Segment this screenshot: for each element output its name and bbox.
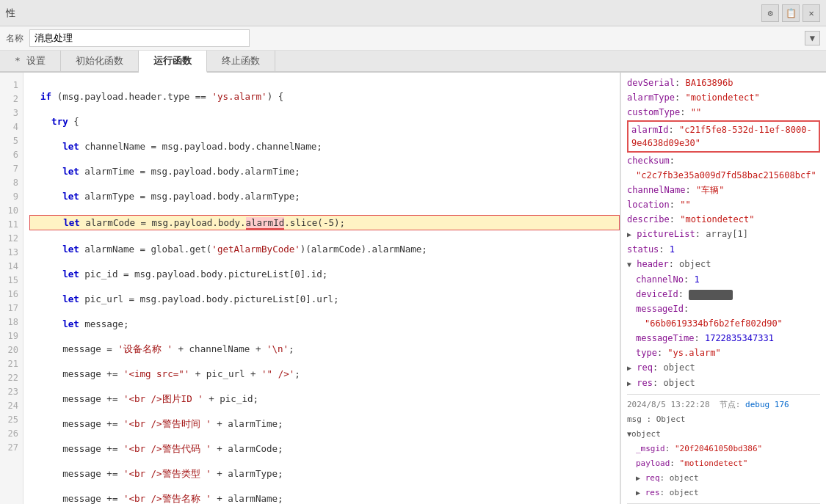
line-num-6: 6 bbox=[0, 148, 23, 162]
debug-req[interactable]: ▶ req: object bbox=[627, 471, 820, 486]
code-line-9: let pic_url = msg.payload.body.pictureLi… bbox=[29, 292, 620, 306]
line-num-7: 7 bbox=[0, 162, 23, 176]
line-num-17: 17 bbox=[0, 302, 23, 315]
prop-checksum-val: "c2c7fb3e35a009d7fd58bac215608bcf" bbox=[627, 168, 820, 183]
line-num-5: 5 bbox=[0, 134, 23, 148]
code-content[interactable]: if (msg.payload.header.type == 'ys.alarm… bbox=[23, 73, 620, 504]
line-num-4: 4 bbox=[0, 120, 23, 134]
line-num-15: 15 bbox=[0, 274, 23, 288]
code-line-5: let alarmType = msg.payload.body.alarmTy… bbox=[29, 189, 620, 203]
prop-deviceId: deviceId: bbox=[627, 287, 820, 302]
name-input[interactable] bbox=[29, 29, 250, 47]
line-num-12: 12 bbox=[0, 232, 23, 246]
prop-messageId: messageId: bbox=[627, 302, 820, 316]
line-num-13: 13 bbox=[0, 246, 23, 260]
prop-channelNo: channelNo: 1 bbox=[627, 272, 820, 287]
debug-object-1[interactable]: ▼object bbox=[627, 427, 820, 442]
code-line-16: message += '<br />警告类型 ' + alarmType; bbox=[29, 467, 620, 481]
code-line-3: let channelName = msg.payload.body.chann… bbox=[29, 139, 620, 153]
line-num-3: 3 bbox=[0, 106, 23, 120]
line-num-8: 8 bbox=[0, 176, 23, 190]
deploy-icon: ▼ bbox=[810, 33, 815, 43]
line-num-20: 20 bbox=[0, 343, 23, 357]
code-line-7: let alarmName = global.get('getAlarmByCo… bbox=[29, 242, 620, 256]
name-label: 名称 bbox=[6, 32, 23, 45]
line-num-24: 24 bbox=[0, 399, 23, 413]
top-bar: 性 ⚙ 📋 ✕ bbox=[0, 0, 826, 26]
close-icon-btn[interactable]: ✕ bbox=[803, 4, 820, 22]
line-num-23: 23 bbox=[0, 385, 23, 399]
tab-init[interactable]: 初始化函数 bbox=[61, 51, 139, 71]
line-num-25: 25 bbox=[0, 413, 23, 427]
line-num-9: 9 bbox=[0, 190, 23, 204]
code-area[interactable]: 1 2 3 4 5 6 7 8 9 10 11 12 13 14 15 16 1… bbox=[0, 73, 620, 504]
line-num-18: 18 bbox=[0, 315, 23, 329]
code-line-10: let message; bbox=[29, 317, 620, 331]
prop-devSerial: devSerial: BA163896b bbox=[627, 76, 820, 90]
line-num-19: 19 bbox=[0, 329, 23, 343]
debug-timestamp-1: 2024/8/5 13:22:28 节点: debug 176 bbox=[627, 398, 820, 412]
code-line-2: try { bbox=[29, 114, 620, 128]
code-line-12: message += '<img src="' + pic_url + '" /… bbox=[29, 367, 620, 381]
panel-title: 性 bbox=[6, 7, 15, 20]
name-row: 名称 ▼ bbox=[0, 26, 826, 51]
prop-messageId-val: "66b0619334bf6b2fef802d90" bbox=[627, 316, 820, 331]
code-line-14: message += '<br />警告时间 ' + alarmTime; bbox=[29, 417, 620, 431]
debug-payload: payload: "motiondetect" bbox=[627, 456, 820, 471]
tab-settings[interactable]: * 设置 bbox=[0, 51, 61, 71]
prop-pictureList[interactable]: ▶ pictureList: array[1] bbox=[627, 227, 820, 242]
main-content: 1 2 3 4 5 6 7 8 9 10 11 12 13 14 15 16 1… bbox=[0, 73, 826, 504]
code-line-6: let alarmCode = msg.payload.body.alarmId… bbox=[29, 215, 620, 230]
code-line-1: if (msg.payload.header.type == 'ys.alarm… bbox=[29, 90, 620, 103]
prop-describe: describe: "motiondetect" bbox=[627, 212, 820, 227]
prop-req[interactable]: ▶ req: object bbox=[627, 360, 820, 376]
tabs-bar: * 设置 初始化函数 运行函数 终止函数 bbox=[0, 51, 826, 73]
line-num-1: 1 bbox=[0, 78, 23, 92]
debug-msg-type-1: msg : Object bbox=[627, 412, 820, 427]
line-num-10: 10 bbox=[0, 204, 23, 218]
gear-icon-btn[interactable]: ⚙ bbox=[761, 4, 779, 22]
code-editor: 1 2 3 4 5 6 7 8 9 10 11 12 13 14 15 16 1… bbox=[0, 73, 620, 504]
top-bar-icons: ⚙ 📋 ✕ bbox=[761, 4, 820, 22]
right-panel: devSerial: BA163896b alarmType: "motiond… bbox=[620, 73, 826, 504]
prop-channelName: channelName: "车辆" bbox=[627, 183, 820, 197]
prop-status: status: 1 bbox=[627, 242, 820, 257]
line-num-11: 11 bbox=[0, 218, 23, 232]
line-num-14: 14 bbox=[0, 260, 23, 274]
tab-run[interactable]: 运行函数 bbox=[139, 51, 207, 73]
code-line-4: let alarmTime = msg.payload.body.alarmTi… bbox=[29, 164, 620, 178]
line-num-22: 22 bbox=[0, 371, 23, 385]
line-numbers: 1 2 3 4 5 6 7 8 9 10 11 12 13 14 15 16 1… bbox=[0, 73, 23, 504]
prop-alarmId: alarmId: "c21f5fe8-532d-11ef-8000-9e4638… bbox=[627, 120, 820, 153]
code-line-17: message += '<br />警告名称 ' + alarmName; bbox=[29, 492, 620, 504]
prop-location: location: "" bbox=[627, 197, 820, 212]
line-num-21: 21 bbox=[0, 357, 23, 371]
code-line-13: message += '<br />图片ID ' + pic_id; bbox=[29, 392, 620, 406]
prop-header[interactable]: ▼ header: object bbox=[627, 257, 820, 272]
line-num-27: 27 bbox=[0, 441, 23, 455]
prop-alarmType: alarmType: "motiondetect" bbox=[627, 90, 820, 105]
line-num-16: 16 bbox=[0, 288, 23, 302]
debug-res[interactable]: ▶ res: object bbox=[627, 486, 820, 500]
tab-stop[interactable]: 终止函数 bbox=[207, 51, 275, 71]
prop-res[interactable]: ▶ res: object bbox=[627, 376, 820, 391]
prop-messageTime: messageTime: 1722835347331 bbox=[627, 331, 820, 346]
prop-customType: customType: "" bbox=[627, 105, 820, 120]
line-num-26: 26 bbox=[0, 427, 23, 441]
debug-msgid: _msgid: "20f20461050bd386" bbox=[627, 442, 820, 456]
right-panel-content[interactable]: devSerial: BA163896b alarmType: "motiond… bbox=[621, 73, 826, 504]
line-num-2: 2 bbox=[0, 92, 23, 106]
code-line-8: let pic_id = msg.payload.body.pictureLis… bbox=[29, 267, 620, 281]
prop-checksum: checksum: bbox=[627, 153, 820, 168]
doc-icon-btn[interactable]: 📋 bbox=[782, 4, 800, 22]
code-line-15: message += '<br />警告代码 ' + alarmCode; bbox=[29, 442, 620, 456]
code-line-11: message = '设备名称 ' + channelName + '\n'; bbox=[29, 342, 620, 356]
debug-section-1: 2024/8/5 13:22:28 节点: debug 176 msg : Ob… bbox=[627, 394, 820, 500]
deploy-dropdown[interactable]: ▼ bbox=[805, 31, 820, 45]
prop-type: type: "ys.alarm" bbox=[627, 346, 820, 360]
